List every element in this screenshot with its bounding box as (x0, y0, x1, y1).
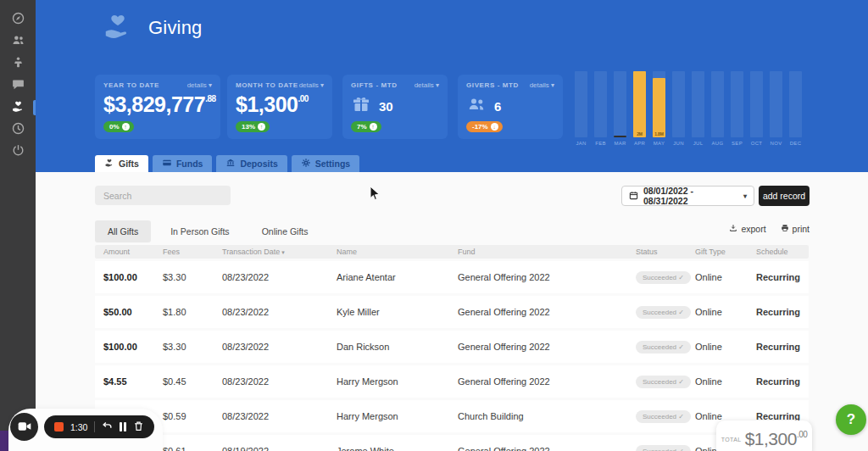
cell-gift-type: Online (695, 307, 756, 317)
cell-fees: $0.45 (163, 376, 222, 387)
arrow-up-circle-icon: ↑ (370, 123, 377, 131)
clock-icon (11, 121, 25, 139)
details-dropdown[interactable]: details ▾ (530, 81, 554, 89)
date-range-picker[interactable]: 08/01/2022 - 08/31/2022 ▾ (621, 186, 754, 206)
sidebar-item-dashboard[interactable] (0, 8, 36, 31)
cell-status: Succeeded ✓ (636, 306, 695, 319)
tab-label: Gifts (119, 159, 139, 169)
chart-month-slot: AUG (711, 71, 724, 149)
details-dropdown[interactable]: details ▾ (415, 81, 439, 89)
export-icon (729, 224, 737, 234)
cell-name: Jerome White (337, 446, 458, 451)
tab-deposits[interactable]: Deposits (216, 155, 287, 172)
trash-icon[interactable] (133, 420, 144, 435)
sidebar-item-messages[interactable] (0, 75, 36, 97)
cell-fund: General Offering 2022 (458, 446, 636, 451)
column-header-fees[interactable]: Fees (163, 248, 222, 256)
gift-filter-tabs: All Gifts In Person Gifts Online Gifts (95, 220, 320, 242)
gifts-table-body: $100.00 $3.30 08/23/2022 Ariane Atentar … (95, 261, 809, 451)
trend-badge: 13%↑ (236, 121, 270, 132)
chart-bar (614, 136, 626, 137)
column-header-schedule[interactable]: Schedule (756, 248, 809, 256)
search-input[interactable] (95, 186, 231, 205)
cell-schedule: Recurring (756, 376, 809, 387)
tab-funds[interactable]: Funds (153, 155, 213, 172)
help-button[interactable]: ? (836, 404, 866, 435)
sidebar-item-worship[interactable] (0, 53, 36, 75)
camera-toggle-button[interactable] (10, 413, 38, 441)
gifts-table-header: Amount Fees Transaction Date▾ Name Fund … (95, 245, 809, 259)
cell-transaction-date: 08/19/2022 (222, 446, 337, 451)
chart-month-slot: DEC (789, 71, 802, 149)
video-camera-icon (18, 420, 31, 435)
cell-amount: $50.00 (103, 307, 163, 317)
table-row[interactable]: $50.00 $1.80 08/23/2022 Kyle Miller Gene… (95, 296, 809, 328)
stat-card-gifts-mtd: GIFTS - MTD details ▾ 30 7%↑ (342, 75, 448, 139)
cell-schedule: Recurring (756, 307, 809, 317)
cell-gift-type: Online (695, 272, 756, 282)
divider (94, 421, 95, 432)
calendar-icon (629, 191, 638, 202)
chevron-down-icon: ▾ (209, 81, 212, 89)
pause-icon[interactable] (120, 422, 126, 432)
arrow-up-circle-icon: ↑ (258, 123, 265, 131)
sidebar-item-history[interactable] (0, 119, 36, 141)
chart-month-slot: MAR (614, 71, 626, 149)
details-dropdown[interactable]: details ▾ (187, 81, 212, 89)
chart-bar-label: 1.8M (653, 131, 665, 136)
chart-month-slot: SEP (731, 71, 743, 149)
sidebar-item-people[interactable] (0, 31, 36, 53)
trend-badge: 7%↑ (351, 121, 381, 132)
tab-label: Funds (176, 159, 203, 169)
print-button[interactable]: print (781, 224, 810, 234)
cell-name: Ariane Atentar (337, 272, 458, 282)
chevron-down-icon: ▾ (551, 81, 554, 89)
table-row[interactable]: $10.00 $0.61 08/19/2022 Jerome White Gen… (95, 435, 809, 451)
status-badge: Succeeded ✓ (636, 341, 691, 354)
column-header-status[interactable]: Status (636, 248, 695, 256)
stop-recording-button[interactable] (54, 422, 64, 432)
cell-name: Dan Rickson (337, 342, 458, 352)
column-header-transaction-date[interactable]: Transaction Date▾ (222, 248, 337, 256)
chart-month-slot: 1.8MMAY (653, 71, 665, 149)
filter-tab-online-gifts[interactable]: Online Gifts (249, 220, 321, 242)
podium-icon (11, 55, 25, 73)
sidebar-item-power[interactable] (0, 141, 36, 163)
table-row[interactable]: $100.00 $3.30 08/23/2022 Ariane Atentar … (95, 261, 809, 293)
giving-app-window: Giving YEAR TO DATE details ▾ $3,829,777… (0, 0, 868, 451)
cell-fees: $0.61 (163, 446, 222, 451)
filter-tab-in-person-gifts[interactable]: In Person Gifts (158, 220, 242, 242)
undo-icon[interactable] (102, 420, 113, 435)
column-header-fund[interactable]: Fund (458, 248, 636, 256)
sidebar-item-giving[interactable] (0, 97, 36, 119)
details-dropdown[interactable]: details ▾ (299, 81, 324, 89)
stat-label: GIFTS - MTD (351, 81, 398, 89)
compass-icon (11, 11, 25, 29)
column-header-amount[interactable]: Amount (103, 248, 163, 256)
tab-gifts[interactable]: Gifts (95, 155, 148, 172)
table-row[interactable]: $4.55 $0.45 08/23/2022 Harry Mergson Gen… (95, 365, 809, 398)
table-row[interactable]: $100.00 $3.30 08/23/2022 Dan Rickson Gen… (95, 331, 809, 363)
column-header-gift-type[interactable]: Gift Type (695, 248, 756, 256)
add-record-button[interactable]: add record (759, 186, 810, 206)
table-row[interactable]: $9.41 $0.59 08/23/2022 Harry Mergson Chu… (95, 400, 809, 432)
stat-card-month-to-date: MONTH TO DATE details ▾ $1,300.00 13%↑ (227, 75, 332, 139)
cell-fees: $1.80 (163, 307, 222, 317)
cell-fees: $3.30 (163, 342, 222, 352)
chat-icon (11, 77, 25, 95)
tab-settings[interactable]: Settings (292, 155, 359, 172)
cell-status: Succeeded ✓ (636, 271, 695, 284)
chart-bar: 2M (633, 71, 646, 137)
chevron-down-icon: ▾ (743, 192, 747, 200)
givers-icon (466, 94, 487, 118)
cell-gift-type: Online (695, 342, 756, 352)
cell-name: Kyle Miller (337, 307, 458, 317)
chart-month-slot: JUN (672, 71, 685, 149)
chart-month-slot: FEB (594, 71, 607, 149)
filter-tab-all-gifts[interactable]: All Gifts (95, 220, 151, 242)
export-button[interactable]: export (729, 224, 765, 234)
chart-month-label: FEB (595, 141, 606, 146)
column-header-name[interactable]: Name (337, 248, 458, 256)
giving-heart-hand-icon (98, 10, 137, 46)
cell-transaction-date: 08/23/2022 (222, 342, 337, 352)
